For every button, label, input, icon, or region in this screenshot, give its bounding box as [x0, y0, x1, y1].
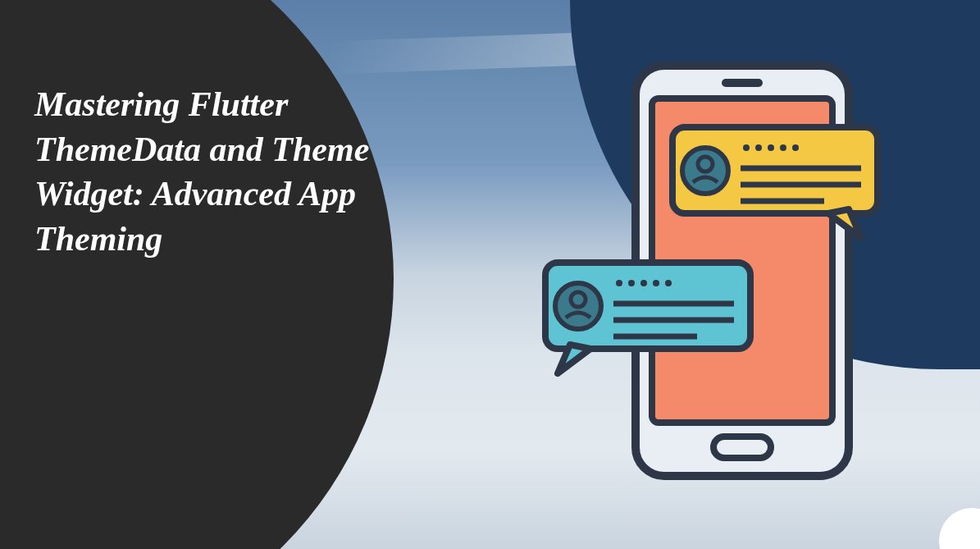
svg-point-19 — [628, 280, 635, 286]
svg-point-7 — [743, 144, 750, 151]
svg-point-9 — [768, 144, 774, 151]
article-title: Mastering Flutter ThemeData and Theme Wi… — [34, 82, 412, 261]
svg-point-21 — [653, 280, 659, 286]
svg-point-8 — [755, 144, 762, 151]
phone-chat-illustration — [537, 49, 882, 509]
svg-point-18 — [616, 280, 622, 286]
svg-rect-2 — [722, 79, 763, 87]
svg-point-10 — [780, 144, 786, 151]
svg-point-11 — [792, 144, 799, 151]
title-container: Mastering Flutter ThemeData and Theme Wi… — [34, 82, 412, 261]
svg-point-20 — [640, 280, 647, 286]
svg-point-22 — [665, 280, 672, 286]
